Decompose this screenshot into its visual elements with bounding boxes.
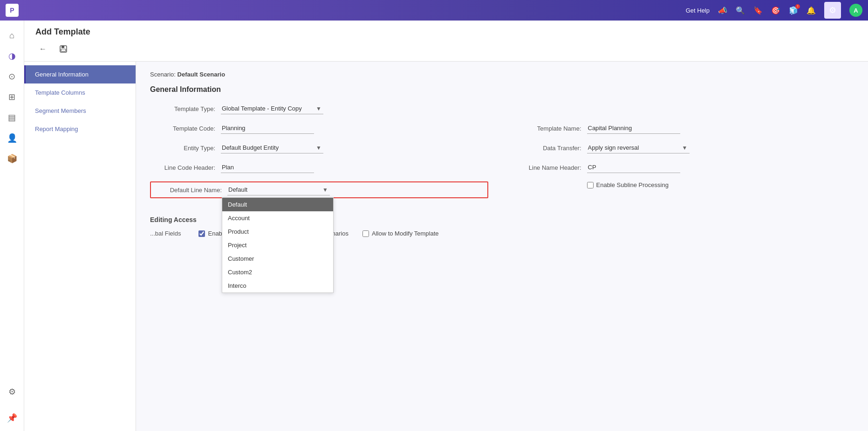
svg-rect-2	[61, 49, 66, 51]
sidebar-bar-chart-icon[interactable]: ▤	[3, 108, 21, 127]
template-type-select[interactable]: Global Template - Entity Copy	[221, 103, 323, 114]
template-code-row: Template Code:	[150, 123, 488, 134]
svg-rect-1	[62, 46, 64, 48]
app-logo: P	[6, 4, 19, 17]
user-avatar[interactable]: A	[849, 4, 862, 17]
enable-subline-row: Enable Subline Processing	[516, 181, 854, 188]
page-header: Add Template ←	[24, 21, 868, 62]
sidebar-pin-icon[interactable]: 📌	[3, 409, 21, 427]
default-line-name-row: Default Line Name: Default Account Produ…	[150, 181, 488, 198]
icon-sidebar: ⌂ ◑ ⊙ ⊞ ▤ 👤 📦 ⚙ 📌	[0, 21, 24, 431]
template-code-label: Template Code:	[150, 125, 215, 132]
template-type-select-wrapper: Global Template - Entity Copy ▼	[221, 103, 323, 114]
megaphone-icon[interactable]: 📣	[718, 6, 727, 15]
sidebar-home-icon[interactable]: ⌂	[3, 26, 21, 45]
template-type-row: Template Type: Global Template - Entity …	[150, 103, 854, 114]
global-fields-label: ...bal Fields	[150, 230, 181, 237]
left-nav: General Information Template Columns Seg…	[24, 62, 136, 431]
main-body: General Information Template Columns Seg…	[24, 62, 868, 431]
scenario-value: Default Scenario	[178, 71, 226, 78]
data-transfer-row: Data Transfer: Apply sign reversal ▼	[516, 142, 854, 153]
content-area: Add Template ← General Information	[24, 21, 868, 431]
template-code-input[interactable]	[221, 123, 314, 134]
default-line-name-dropdown: Default Account Product Project Customer…	[222, 197, 334, 293]
enable-spreads-checkbox[interactable]	[198, 230, 205, 237]
scenario-bar: Scenario: Default Scenario	[150, 71, 854, 78]
nav-general-information[interactable]: General Information	[24, 65, 136, 83]
dropdown-option-interco[interactable]: Interco	[222, 279, 333, 292]
template-name-input[interactable]	[587, 123, 680, 134]
bell-icon[interactable]: 🔔	[806, 6, 816, 15]
entity-type-label: Entity Type:	[150, 145, 215, 152]
section-title: General Information	[150, 85, 854, 94]
dropdown-option-account[interactable]: Account	[222, 211, 333, 225]
line-code-header-label: Line Code Header:	[150, 164, 215, 171]
dropdown-option-product[interactable]: Product	[222, 225, 333, 238]
template-name-label: Template Name:	[516, 125, 581, 132]
save-button[interactable]	[56, 42, 71, 56]
template-type-label: Template Type:	[150, 105, 215, 112]
navbar-left: P	[6, 4, 19, 17]
nav-segment-members[interactable]: Segment Members	[24, 102, 136, 120]
back-button[interactable]: ←	[35, 42, 50, 56]
template-name-row: Template Name:	[516, 123, 854, 134]
entity-type-row: Entity Type: Default Budget Entity ▼	[150, 142, 488, 153]
line-name-header-input[interactable]	[587, 162, 680, 173]
target-icon[interactable]: 🎯	[771, 6, 780, 15]
form-grid: Template Code: Entity Type: Default Budg…	[150, 123, 854, 207]
dropdown-option-default[interactable]: Default	[222, 198, 333, 211]
data-transfer-label: Data Transfer:	[516, 145, 581, 152]
get-help-link[interactable]: Get Help	[686, 7, 710, 14]
default-line-name-select-wrapper: Default Account Product Project Customer…	[227, 184, 330, 195]
dropdown-option-project[interactable]: Project	[222, 238, 333, 252]
line-name-header-row: Line Name Header:	[516, 162, 854, 173]
line-code-header-input[interactable]	[221, 162, 314, 173]
data-transfer-select[interactable]: Apply sign reversal	[587, 142, 690, 153]
navbar: P Get Help 📣 🔍 🔖 🎯 🧊 ! 🔔 ⚙ A	[0, 0, 868, 21]
enable-subline-label[interactable]: Enable Subline Processing	[587, 181, 669, 188]
page-toolbar: ←	[35, 42, 857, 61]
default-line-name-select[interactable]: Default Account Product Project Customer…	[227, 184, 330, 195]
sidebar-package-icon[interactable]: 📦	[3, 149, 21, 168]
data-transfer-select-wrapper: Apply sign reversal ▼	[587, 142, 690, 153]
search-icon[interactable]: 🔍	[736, 6, 745, 15]
form-right-column: Template Name: Data Transfer: Apply sign…	[516, 123, 854, 207]
sidebar-location-icon[interactable]: ⊙	[3, 67, 21, 86]
enable-subline-checkbox[interactable]	[587, 182, 594, 188]
allow-modify-checkbox[interactable]	[362, 230, 369, 237]
line-name-header-label: Line Name Header:	[516, 164, 581, 171]
sidebar-chart-icon[interactable]: ◑	[3, 47, 21, 65]
sidebar-settings-icon[interactable]: ⚙	[3, 382, 21, 401]
form-left-column: Template Code: Entity Type: Default Budg…	[150, 123, 488, 207]
widget-icon[interactable]: ⚙	[824, 2, 841, 19]
sidebar-person-icon[interactable]: 👤	[3, 129, 21, 147]
entity-type-select-wrapper: Default Budget Entity ▼	[221, 142, 323, 153]
page-title: Add Template	[35, 27, 857, 37]
dropdown-option-custom2[interactable]: Custom2	[222, 265, 333, 279]
line-code-header-row: Line Code Header:	[150, 162, 488, 173]
entity-type-select[interactable]: Default Budget Entity	[221, 142, 323, 153]
form-area: Scenario: Default Scenario General Infor…	[136, 62, 868, 431]
bookmark-icon[interactable]: 🔖	[753, 6, 763, 15]
sidebar-grid-icon[interactable]: ⊞	[3, 88, 21, 106]
nav-template-columns[interactable]: Template Columns	[24, 83, 136, 102]
default-line-name-label: Default Line Name:	[157, 187, 222, 194]
dropdown-option-customer[interactable]: Customer	[222, 252, 333, 265]
nav-report-mapping[interactable]: Report Mapping	[24, 120, 136, 138]
allow-modify-item[interactable]: Allow to Modify Template	[362, 230, 439, 237]
cube-icon[interactable]: 🧊 !	[789, 6, 798, 15]
navbar-right: Get Help 📣 🔍 🔖 🎯 🧊 ! 🔔 ⚙ A	[686, 2, 862, 19]
